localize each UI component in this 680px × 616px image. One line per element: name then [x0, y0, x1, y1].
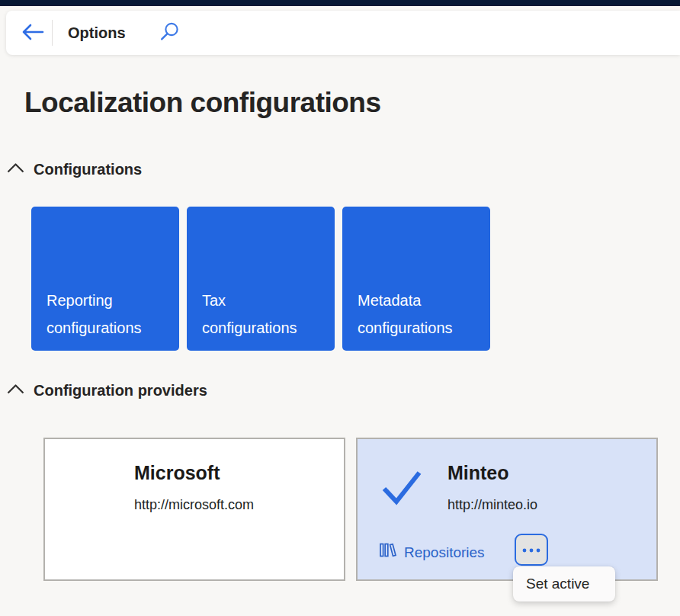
- more-options-button[interactable]: [515, 534, 548, 566]
- chevron-up-icon: [6, 383, 25, 398]
- provider-name: Microsoft: [134, 462, 220, 484]
- tile-label: Tax configurations: [202, 287, 318, 342]
- tile-label: Metadata configurations: [358, 287, 473, 342]
- repositories-link-label: Repositories: [404, 544, 485, 561]
- checkmark-icon: [380, 468, 423, 509]
- library-icon: [379, 541, 397, 563]
- provider-card-group: Microsoft http://microsoft.com Minteo ht…: [43, 438, 658, 581]
- command-bar-title: Options: [68, 24, 126, 42]
- arrow-left-icon: [21, 23, 45, 43]
- repositories-link[interactable]: Repositories: [379, 541, 485, 563]
- chevron-up-icon: [6, 162, 25, 177]
- command-bar: Options: [6, 11, 680, 55]
- provider-card-minteo[interactable]: Minteo http://minteo.io Repositories: [356, 438, 658, 581]
- section-configurations-label: Configurations: [34, 161, 142, 178]
- provider-url: http://minteo.io: [447, 497, 537, 513]
- context-menu: Set active: [513, 566, 615, 602]
- tile-reporting-configurations[interactable]: Reporting configurations: [31, 207, 179, 351]
- divider: [52, 20, 53, 46]
- search-button[interactable]: [156, 19, 184, 47]
- section-configurations-toggle[interactable]: Configurations: [6, 161, 142, 178]
- tile-metadata-configurations[interactable]: Metadata configurations: [342, 207, 490, 351]
- section-configuration-providers-toggle[interactable]: Configuration providers: [6, 382, 207, 399]
- back-button[interactable]: [17, 17, 49, 49]
- tile-tax-configurations[interactable]: Tax configurations: [187, 207, 335, 351]
- configurations-tile-group: Reporting configurations Tax configurati…: [31, 207, 490, 351]
- menu-item-set-active[interactable]: Set active: [513, 566, 615, 602]
- ellipsis-icon: [521, 544, 542, 556]
- page-title: Localization configurations: [24, 87, 381, 119]
- tile-label: Reporting configurations: [47, 287, 162, 342]
- provider-card-microsoft[interactable]: Microsoft http://microsoft.com: [43, 438, 345, 581]
- top-navigation-bar: [0, 0, 680, 6]
- provider-url: http://microsoft.com: [134, 497, 254, 513]
- section-configuration-providers-label: Configuration providers: [34, 382, 207, 399]
- search-icon: [159, 21, 180, 44]
- provider-name: Minteo: [447, 462, 509, 484]
